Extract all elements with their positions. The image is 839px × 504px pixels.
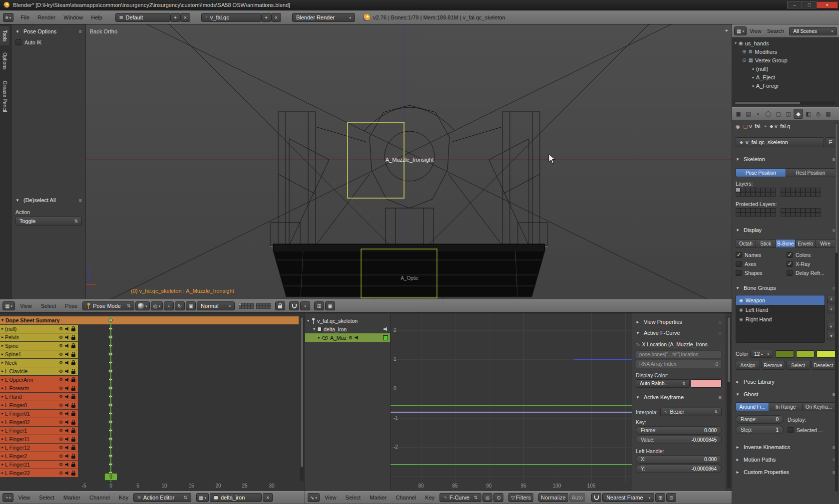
filters-button[interactable]: ▽Filters: [508, 493, 533, 502]
action-datablock-field[interactable]: delta_iron: [210, 493, 262, 502]
tab-world[interactable]: ◯: [764, 109, 773, 119]
motion-paths-panel-title[interactable]: Motion Paths: [744, 457, 776, 463]
active-keyframe-panel-title[interactable]: Active Keyframe: [644, 394, 684, 400]
graph-channel-row-selected[interactable]: ▸A_Muz⚙: [305, 333, 390, 342]
menu-render[interactable]: Render: [33, 14, 59, 20]
delete-scene-button[interactable]: ×: [271, 13, 281, 22]
dope-vertical-scrollbar[interactable]: [300, 316, 304, 481]
move-group-down-button[interactable]: ▾: [827, 332, 836, 340]
panel-collapse-icon[interactable]: ►: [736, 445, 741, 450]
channel-row[interactable]: ▸Pelvis⚙: [0, 333, 299, 342]
fcurve-lavender[interactable]: [391, 412, 632, 413]
menu-marker[interactable]: Marker: [59, 495, 84, 501]
screen-layout-selector[interactable]: ▦Default: [115, 13, 170, 22]
modifier-icon[interactable]: ⚙: [59, 326, 63, 331]
channel-row[interactable]: ▸Spine⚙: [0, 342, 299, 350]
add-scene-button[interactable]: +: [261, 13, 271, 22]
tab-object[interactable]: ▢: [774, 109, 783, 119]
panel-grip-icon[interactable]: ≡: [79, 28, 82, 34]
fcurve-selected[interactable]: [574, 359, 632, 360]
lock-icon[interactable]: [71, 405, 75, 408]
graph-object-row[interactable]: ▾v_fal.qc_skeleton: [305, 316, 390, 325]
modifier-icon[interactable]: ⚙: [59, 471, 63, 476]
channel-row[interactable]: ▸L Finger1⚙: [0, 427, 299, 435]
modifier-icon[interactable]: ⚙: [59, 343, 63, 348]
mute-icon[interactable]: [65, 446, 69, 450]
tab-texture[interactable]: ▦: [824, 109, 833, 119]
mute-icon[interactable]: [65, 429, 69, 433]
auto-normalize-button[interactable]: Auto: [569, 493, 586, 502]
mute-icon[interactable]: [65, 361, 69, 365]
channel-row[interactable]: ▸L Clavicle⚙: [0, 367, 299, 376]
channel-row[interactable]: ▸Spine1⚙: [0, 350, 299, 359]
mute-icon[interactable]: [65, 403, 69, 408]
browse-action-button[interactable]: ▦▾: [196, 493, 209, 502]
bone-groups-panel-title[interactable]: Bone Groups: [744, 285, 776, 291]
close-button[interactable]: ×: [817, 1, 838, 8]
expand-icon[interactable]: ▸: [1, 344, 3, 348]
value-number-field[interactable]: Value:-0.0000845: [636, 436, 722, 444]
modifier-icon[interactable]: ⚙: [59, 377, 63, 382]
expand-icon[interactable]: ▸: [1, 471, 3, 475]
tab-bone[interactable]: ◧: [804, 109, 813, 119]
names-checkbox[interactable]: [736, 252, 742, 258]
render-opengl-button[interactable]: ⊞: [314, 301, 324, 310]
panel-collapse-icon[interactable]: ►: [636, 320, 641, 324]
scene-selector[interactable]: ◔v_fal.qc: [201, 13, 261, 22]
graph-props-scrollbar[interactable]: [727, 316, 731, 488]
ghost-range-field[interactable]: Range:0: [736, 415, 784, 424]
breadcrumb-object[interactable]: ▢v_fal.: [743, 123, 762, 129]
outliner-item[interactable]: •(null): [732, 64, 839, 73]
unlink-action-button[interactable]: ×: [263, 493, 273, 502]
action-type-dropdown[interactable]: Toggle⇅: [15, 217, 82, 226]
mute-icon[interactable]: [65, 437, 69, 442]
dope-frame-ruler[interactable]: -5 0 5 10 15 20 25 30: [0, 483, 299, 490]
modifier-icon[interactable]: ⚙: [59, 411, 63, 416]
handle-x-field[interactable]: X:0.000: [636, 455, 722, 464]
panel-collapse-icon[interactable]: ▼: [15, 198, 20, 203]
menu-channel[interactable]: Channel: [392, 495, 420, 501]
modifier-icon[interactable]: ⚙: [59, 420, 63, 425]
manipulator-rotate-button[interactable]: ↻: [175, 301, 185, 310]
group-color-normal-swatch[interactable]: [775, 350, 794, 358]
lock-icon[interactable]: [71, 413, 75, 416]
modifier-icon[interactable]: ⚙: [59, 360, 63, 365]
outliner-item[interactable]: ⊕⚙Modifiers: [732, 47, 839, 56]
axes-checkbox[interactable]: [736, 261, 742, 267]
color-mode-dropdown[interactable]: Auto Rainb...⇅: [636, 379, 690, 388]
lock-icon[interactable]: [71, 371, 75, 374]
modifier-icon[interactable]: ⚙: [59, 437, 63, 442]
menu-channel[interactable]: Channel: [85, 495, 114, 501]
expand-icon[interactable]: ▸: [1, 463, 3, 467]
outliner-h-scrollbar[interactable]: [734, 101, 836, 105]
editor-type-button[interactable]: ▦▾: [734, 26, 747, 35]
menu-marker[interactable]: Marker: [366, 495, 391, 501]
expand-icon[interactable]: ▾: [307, 319, 309, 323]
assign-button[interactable]: Assign: [736, 361, 760, 370]
lock-icon[interactable]: [71, 362, 75, 365]
render-opengl-anim-button[interactable]: ▣: [325, 301, 335, 310]
menu-view[interactable]: View: [747, 28, 764, 34]
lock-icon[interactable]: [71, 456, 75, 459]
custom-properties-panel-title[interactable]: Custom Properties: [744, 469, 789, 475]
move-group-up-button[interactable]: ▾: [827, 322, 836, 330]
current-frame-line[interactable]: [110, 316, 111, 482]
pose-position-button[interactable]: Pose Position: [736, 168, 786, 177]
fcurve-green-1[interactable]: [391, 405, 632, 406]
protected-layers-grid[interactable]: [732, 208, 839, 217]
view-properties-panel-title[interactable]: View Properties: [644, 319, 682, 325]
mute-icon[interactable]: [65, 335, 69, 340]
active-fcurve-panel-title[interactable]: Active F-Curve: [644, 330, 680, 336]
ghost-step-field[interactable]: Step:1: [736, 426, 784, 434]
channel-row[interactable]: ▸L UpperArm⚙: [0, 376, 299, 384]
editor-type-button[interactable]: ▦▾: [2, 301, 15, 310]
channel-row[interactable]: ▸L Forearm⚙: [0, 384, 299, 393]
menu-select[interactable]: Select: [35, 495, 58, 501]
channel-row[interactable]: ▸L Finger2⚙: [0, 452, 299, 461]
panel-collapse-icon[interactable]: ►: [736, 380, 741, 384]
ghost-around-frame-button[interactable]: Around Fr...: [736, 402, 769, 411]
colors-checkbox[interactable]: [787, 252, 793, 258]
bone-group-item[interactable]: ◉Right Hand: [736, 314, 825, 324]
menu-pose[interactable]: Pose: [61, 303, 81, 309]
modifier-icon[interactable]: ⚙: [59, 335, 63, 340]
